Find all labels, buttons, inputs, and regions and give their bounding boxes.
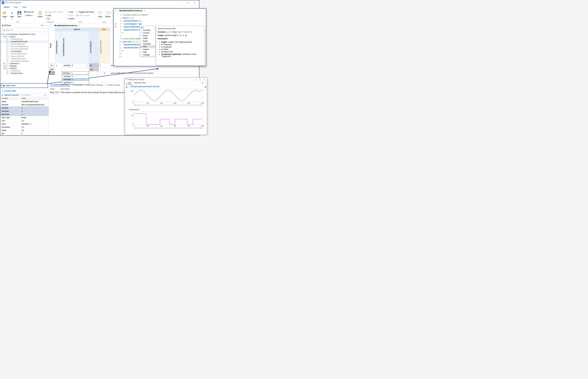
tree-signal-decreaseTargetSpeed[interactable]: ⊸decreaseTargetSpeed xyxy=(0,45,48,48)
signal-tree[interactable]: ˄ ▾⌬accController (SampleTime: 0.01s) ▾▬… xyxy=(0,33,48,82)
completion-item[interactable]: ∿Square xyxy=(140,48,155,51)
col-activateSystem[interactable]: activateSystem xyxy=(55,40,58,55)
enum-dropdown[interactable]: noPedal : 0brkPedal : 1gasPedal : 2 xyxy=(62,75,89,84)
tree-signal-currentSpeed[interactable]: ⊸currentSpeed xyxy=(0,50,48,53)
save-all-button[interactable]: 💾Save All xyxy=(23,11,34,13)
close-tab-icon[interactable]: ✕ xyxy=(144,10,146,12)
checkbox-icon[interactable] xyxy=(6,60,8,62)
plot-tab-execution[interactable]: Execution View xyxy=(133,81,147,85)
tree-signal-deactivateSystem[interactable]: ⊸deactivateSystem xyxy=(0,43,48,45)
checkbox-icon[interactable] xyxy=(6,41,8,43)
code-line[interactable]: 2step 0 (0 s) [ xyxy=(114,16,205,19)
close-tab-icon[interactable]: ✕ xyxy=(79,25,80,27)
checkbox-icon[interactable] xyxy=(6,55,8,57)
tree-signal-oAlertDriver[interactable]: ⊸oAlertDriver xyxy=(0,70,48,72)
cell[interactable]: 0 xyxy=(99,71,110,75)
toggle-draft-button[interactable]: Toggle Draft mode xyxy=(76,11,94,13)
script-view-toggle[interactable]: { } Script View xyxy=(0,89,48,93)
code-line[interactable]: 1// activate system at 120km/h xyxy=(114,13,205,16)
tree-signal-oSystemActive[interactable]: ⊸oSystemActive xyxy=(0,72,48,75)
editor-tab[interactable]: *BreakPedalAbortAction.tc xyxy=(53,24,78,27)
clear-suspect-button[interactable]: ◧Clear Suspect xyxy=(76,14,94,17)
cell[interactable] xyxy=(99,68,110,71)
checkbox-icon[interactable] xyxy=(6,72,8,74)
checkbox-icon[interactable] xyxy=(6,53,8,55)
tree-signal-increaseTargetSpeed[interactable]: ⊸increaseTargetSpeed xyxy=(0,48,48,50)
cell[interactable] xyxy=(55,71,62,75)
step-cell[interactable]: 1000 xyxy=(49,71,55,75)
redo-button[interactable]: ↷Redo xyxy=(66,14,75,17)
outports-folder[interactable]: Outports xyxy=(10,67,17,69)
table-row[interactable]: 999 113 xyxy=(49,68,199,71)
completion-item[interactable]: ∿Step xyxy=(140,51,155,53)
maximize-button[interactable]: ▢ xyxy=(198,78,202,81)
displays-folder[interactable]: Displays xyxy=(10,65,16,67)
completion-item[interactable]: ▦( xyxy=(140,26,155,29)
enum-option[interactable]: noPedal : 0 xyxy=(62,75,89,78)
comment-cell[interactable]: press brake pedal -> system should becom… xyxy=(110,71,199,75)
menu-home[interactable]: Home xyxy=(2,5,12,9)
checkbox-icon[interactable] xyxy=(6,70,8,72)
calibrations-folder[interactable]: Calibrations xyxy=(10,63,19,64)
tree-signal-vehicleDistanceRange[interactable]: ⊸vehicleDistanceRange xyxy=(0,60,48,62)
chevron-down-icon[interactable]: ▾ xyxy=(87,65,87,66)
cell[interactable]: 113 xyxy=(89,68,99,71)
checkbox-icon[interactable] xyxy=(6,48,8,50)
minimize-button[interactable]: — xyxy=(178,0,184,5)
panel-controls[interactable]: ⊟ ▭ xyxy=(44,94,47,96)
comment-cell[interactable] xyxy=(110,68,199,71)
copy-button[interactable]: ⧉Copy xyxy=(44,14,64,17)
code-line[interactable]: 3 activateSystem = 1 xyxy=(114,19,205,22)
completion-item[interactable]: ∿Sawtooth xyxy=(140,43,155,45)
panel-tools[interactable]: ☑ ▣ ⋯ ▭ xyxy=(40,24,47,26)
chart-1[interactable]: 010002004006008001000 xyxy=(128,88,204,108)
tab-verdict[interactable]: ⚖Verdict Calcula xyxy=(106,84,120,86)
chart-2[interactable]: 05002004006008001000 xyxy=(128,111,204,130)
col-oSystemActive[interactable]: oSystemActive xyxy=(99,40,102,55)
paste-button[interactable]: 📋 Paste xyxy=(37,10,43,18)
col-currentSpeed[interactable]: currentSpeed xyxy=(89,40,92,54)
menu-help[interactable]: Help xyxy=(20,5,29,9)
save-button[interactable]: 💾 Save xyxy=(16,10,23,18)
tab-constants[interactable]: ⚙ Constants xyxy=(20,94,31,96)
inports-folder[interactable]: Inports xyxy=(10,36,15,38)
plot-side-toolbar[interactable]: ▦↔↕ xyxy=(125,85,128,134)
step-cell[interactable]: 0 xyxy=(49,63,55,68)
tree-signal-activateSystem[interactable]: ⊸activateSystem xyxy=(0,38,48,40)
tree-signal-fwdVehicleDetected[interactable]: ⊸fwdVehicleDetected xyxy=(0,53,48,55)
plot-tab-view[interactable]: View xyxy=(126,81,133,85)
cell[interactable]: 1 xyxy=(99,63,110,68)
checkbox-icon[interactable] xyxy=(6,38,8,40)
cut-button[interactable]: ✂Cut xyxy=(44,17,64,20)
paste-artifacts-button[interactable]: 📋Paste with Artifacts xyxy=(44,11,64,13)
checkbox-icon[interactable] xyxy=(6,50,8,52)
table-row[interactable]: 1000 brkPedal : 1▾ noPedal : 0brkPedal :… xyxy=(49,71,199,75)
open-button[interactable]: 📂 Open▾ xyxy=(1,10,8,20)
completion-item[interactable]: ∿Ramp xyxy=(140,40,155,43)
col-handlePedalPressed[interactable]: handlePedalPressed xyxy=(62,37,65,57)
table-view-toggle[interactable]: ▦ Table View xyxy=(1,83,48,88)
delete-button[interactable]: ✕Delete xyxy=(66,17,75,20)
completion-item[interactable]: ∿Constant xyxy=(140,29,155,32)
cell[interactable]: 60 xyxy=(89,63,99,68)
close-button[interactable]: ✕ xyxy=(202,78,206,81)
code-completion-popup[interactable]: ▦(∿Constant∿Custom∿Pulse∿PWM∿Ramp∿Sawtoo… xyxy=(140,26,155,56)
step-cell[interactable]: 999 xyxy=(49,68,55,71)
close-button[interactable]: ✕ xyxy=(191,0,198,5)
menu-view[interactable]: View xyxy=(12,5,20,9)
tab-signal-properties[interactable]: Signal Properties xyxy=(4,94,19,96)
cell[interactable] xyxy=(89,71,99,75)
checkbox-icon[interactable] xyxy=(6,58,8,60)
plot-toolbar[interactable]: ⤢ ▤ ⋯ xyxy=(199,81,206,85)
import-button[interactable]: ⤓Import ▾ xyxy=(23,14,34,17)
cell[interactable] xyxy=(62,68,89,71)
tree-root[interactable]: accController (SampleTime: 0.01s) xyxy=(7,33,35,35)
completion-item[interactable]: ∿Pulse xyxy=(140,34,155,37)
minimize-button[interactable]: — xyxy=(194,78,198,81)
completion-item[interactable]: ∿Custom xyxy=(140,32,155,34)
maximize-button[interactable]: ▢ xyxy=(184,0,191,5)
completion-item[interactable]: ∿PWM xyxy=(140,37,155,40)
checkbox-icon[interactable] xyxy=(6,43,8,45)
checkbox-icon[interactable] xyxy=(6,46,8,47)
enum-option[interactable]: gasPedal : 2 xyxy=(62,81,89,84)
